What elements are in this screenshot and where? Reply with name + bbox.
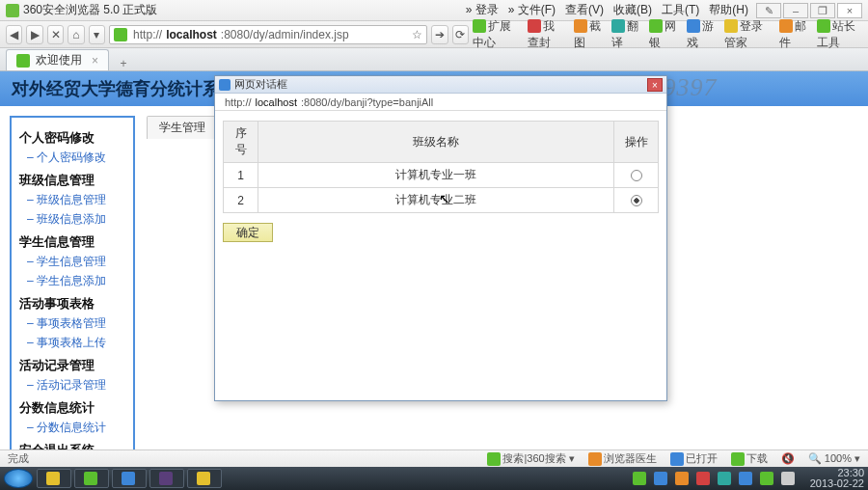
nav-toolbar: ◀ ▶ ✕ ⌂ ▾ http://localhost:8080/dy/admin… bbox=[0, 21, 868, 48]
tray-icon-3[interactable] bbox=[675, 472, 689, 485]
new-tab-button[interactable]: + bbox=[115, 57, 132, 70]
task-folder[interactable] bbox=[187, 469, 222, 488]
page-icon bbox=[114, 28, 127, 41]
folder-icon bbox=[46, 472, 60, 485]
close-button[interactable]: × bbox=[837, 3, 862, 18]
status-done: 完成 bbox=[8, 451, 29, 466]
ext-fanyi[interactable]: 翻译 bbox=[611, 18, 639, 51]
address-bar[interactable]: http://localhost:8080/dy/admin/index.jsp… bbox=[109, 25, 427, 44]
menu-button[interactable]: ▾ bbox=[89, 25, 105, 44]
mail-icon bbox=[779, 19, 793, 33]
browser-icon bbox=[84, 472, 97, 485]
menu-tools[interactable]: 工具(T) bbox=[662, 2, 699, 18]
ext-zhanzhang[interactable]: 站长工具 bbox=[817, 18, 862, 51]
select-radio[interactable] bbox=[631, 195, 642, 206]
go-button[interactable]: ➔ bbox=[431, 25, 448, 44]
clock-date: 2013-02-22 bbox=[810, 478, 864, 489]
dialog-titlebar[interactable]: 网页对话框 × bbox=[215, 76, 666, 94]
ext-sale[interactable]: 我查封 bbox=[528, 18, 564, 51]
tab-favicon bbox=[16, 54, 30, 68]
tray-icon-6[interactable] bbox=[739, 472, 752, 485]
minimize-button[interactable]: – bbox=[783, 3, 808, 18]
tab-active[interactable]: 欢迎使用 × bbox=[6, 49, 109, 70]
eclipse-icon bbox=[159, 472, 173, 485]
dialog-close-button[interactable]: × bbox=[647, 78, 663, 92]
tray-icon-7[interactable] bbox=[760, 472, 773, 485]
menu-view[interactable]: 查看(V) bbox=[565, 2, 604, 18]
tray-volume-icon[interactable] bbox=[781, 472, 795, 485]
seo-icon bbox=[817, 19, 830, 33]
dialog-url-bar: http://localhost:8080/dy/banji?type=banj… bbox=[215, 94, 666, 111]
sidebar-item-student-add[interactable]: 学生信息添加 bbox=[27, 273, 125, 289]
status-download[interactable]: 下载 bbox=[731, 451, 768, 466]
status-open[interactable]: 已打开 bbox=[670, 451, 718, 466]
status-search[interactable]: 搜索|360搜索 ▾ bbox=[487, 451, 574, 466]
star-icon[interactable]: ☆ bbox=[412, 28, 422, 41]
back-button[interactable]: ◀ bbox=[6, 25, 22, 44]
forward-button[interactable]: ▶ bbox=[26, 25, 42, 44]
search-icon bbox=[487, 452, 501, 466]
task-eclipse[interactable] bbox=[149, 469, 184, 488]
home-button[interactable]: ⌂ bbox=[68, 25, 84, 44]
open-icon bbox=[670, 452, 684, 466]
clock[interactable]: 23:30 2013-02-22 bbox=[810, 468, 864, 489]
ext-login[interactable]: 登录管家 bbox=[724, 18, 770, 51]
ext-game[interactable]: 游戏 bbox=[687, 18, 715, 51]
scissors-icon bbox=[574, 19, 587, 33]
status-doctor[interactable]: 浏览器医生 bbox=[588, 451, 657, 466]
ext-jietu[interactable]: 截图 bbox=[574, 18, 602, 51]
tab-close-icon[interactable]: × bbox=[92, 54, 98, 68]
ext-mail[interactable]: 邮件 bbox=[779, 18, 807, 51]
reload-button[interactable]: ⟳ bbox=[452, 25, 469, 44]
status-mute[interactable]: 🔇 bbox=[781, 452, 795, 465]
dialog-url-host: localhost bbox=[256, 96, 297, 108]
skin-button[interactable]: ✎ bbox=[756, 3, 781, 18]
table-row: 2计算机专业二班 bbox=[224, 188, 659, 213]
sidebar-item-score-stat[interactable]: 分数信息统计 bbox=[27, 420, 125, 436]
menu-fav[interactable]: 收藏(B) bbox=[613, 2, 652, 18]
select-radio[interactable] bbox=[631, 170, 642, 181]
start-button[interactable] bbox=[4, 469, 33, 488]
menu-help[interactable]: 帮助(H) bbox=[709, 2, 748, 18]
sidebar-item-student-manage[interactable]: 学生信息管理 bbox=[27, 254, 125, 270]
sidebar-item-class-add[interactable]: 班级信息添加 bbox=[27, 211, 125, 228]
bank-icon bbox=[649, 19, 663, 33]
url-rest: :8080/dy/admin/index.jsp bbox=[221, 28, 349, 41]
task-explorer[interactable] bbox=[37, 469, 71, 488]
tray-icon-2[interactable] bbox=[654, 472, 667, 485]
stop-button[interactable]: ✕ bbox=[47, 25, 64, 44]
tray-icon-5[interactable] bbox=[718, 472, 731, 485]
th-classname: 班级名称 bbox=[258, 122, 614, 163]
sidebar-item-class-manage[interactable]: 班级信息管理 bbox=[27, 192, 125, 208]
sidebar-group-student: 学生信息管理 bbox=[19, 233, 125, 251]
cell-index: 2 bbox=[224, 188, 258, 213]
tray-icon-4[interactable] bbox=[696, 472, 710, 485]
cell-classname: 计算机专业二班 bbox=[258, 188, 614, 213]
tray-icon-1[interactable] bbox=[633, 472, 646, 485]
dialog-title: 网页对话框 bbox=[234, 77, 287, 92]
ext-center[interactable]: 扩展中心 bbox=[473, 18, 518, 51]
class-table: 序号 班级名称 操作 1计算机专业一班2计算机专业二班 bbox=[223, 121, 659, 213]
sidebar-item-password-edit[interactable]: 个人密码修改 bbox=[27, 150, 125, 166]
sidebar: 个人密码修改 个人密码修改 班级信息管理 班级信息管理 班级信息添加 学生信息管… bbox=[10, 116, 135, 490]
sidebar-group-class: 班级信息管理 bbox=[19, 172, 125, 189]
sidebar-item-form-upload[interactable]: 事项表格上传 bbox=[27, 335, 125, 351]
browser-title: 360安全浏览器 5.0 正式版 bbox=[23, 2, 157, 18]
ie-icon bbox=[122, 472, 135, 485]
maximize-button[interactable]: ❐ bbox=[810, 3, 835, 18]
th-operate: 操作 bbox=[614, 122, 659, 163]
dialog-url-rest: :8080/dy/banji?type=banjiAll bbox=[301, 96, 433, 108]
status-zoom[interactable]: 🔍 100% ▾ bbox=[808, 452, 860, 465]
ext-net[interactable]: 网银 bbox=[649, 18, 677, 51]
menu-login[interactable]: » 登录 bbox=[466, 2, 499, 18]
sidebar-item-form-manage[interactable]: 事项表格管理 bbox=[27, 315, 125, 332]
sale-icon bbox=[528, 19, 541, 33]
task-ie[interactable] bbox=[112, 469, 147, 488]
content-tab-student[interactable]: 学生管理 bbox=[147, 116, 218, 139]
menu-file[interactable]: » 文件(F) bbox=[508, 2, 556, 18]
sidebar-group-activity-record: 活动记录管理 bbox=[19, 357, 125, 374]
task-360[interactable] bbox=[74, 469, 109, 488]
sidebar-item-record-manage[interactable]: 活动记录管理 bbox=[27, 377, 125, 394]
download-icon bbox=[731, 452, 745, 466]
ok-button[interactable]: 确定 bbox=[223, 223, 273, 242]
